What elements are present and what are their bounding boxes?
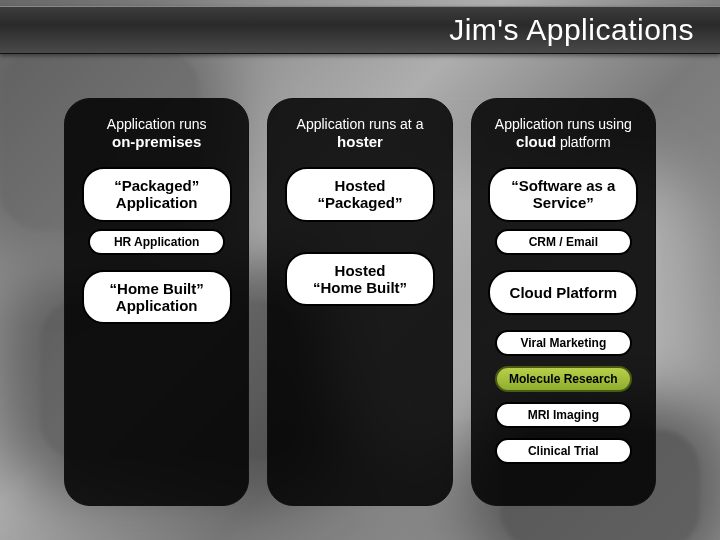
slide: Jim's Applications Application runs on-p… (0, 0, 720, 540)
chip-viral-marketing: Viral Marketing (495, 330, 632, 356)
card-hosted-home-built: Hosted “Home Built” (285, 252, 435, 307)
header-line2: on-premises (112, 133, 201, 150)
column-cloud: Application runs using cloud platform “S… (471, 98, 656, 506)
chip-mri-imaging: MRI Imaging (495, 402, 632, 428)
slide-title: Jim's Applications (449, 13, 694, 47)
header-line1: Application runs (107, 116, 207, 132)
column-header: Application runs using cloud platform (491, 111, 636, 165)
card-line2: Application (90, 194, 224, 211)
title-bar: Jim's Applications (0, 6, 720, 54)
header-line2a: cloud (516, 133, 556, 150)
card-packaged: “Packaged” Application (82, 167, 232, 222)
column-header: Application runs on-premises (103, 111, 211, 165)
chip-clinical-trial: Clinical Trial (495, 438, 632, 464)
card-cloud-platform: Cloud Platform (488, 270, 638, 315)
card-line1: Hosted (335, 177, 386, 194)
card-line2: “Packaged” (293, 194, 427, 211)
card-home-built: “Home Built” Application (82, 270, 232, 325)
chip-crm-email: CRM / Email (495, 229, 632, 255)
chip-molecule-research: Molecule Research (495, 366, 632, 392)
header-line2: hoster (337, 133, 383, 150)
card-line1: Hosted (335, 262, 386, 279)
header-line1: Application runs using (495, 116, 632, 132)
card-hosted-packaged: Hosted “Packaged” (285, 167, 435, 222)
column-hoster: Application runs at a hoster Hosted “Pac… (267, 98, 452, 506)
chip-hr: HR Application (88, 229, 225, 255)
column-on-premises: Application runs on-premises “Packaged” … (64, 98, 249, 506)
card-line2: “Home Built” (293, 279, 427, 296)
card-line1: Cloud Platform (510, 284, 618, 301)
card-line1: “Packaged” (114, 177, 199, 194)
card-line2: Service” (496, 194, 630, 211)
card-line1: “Home Built” (110, 280, 204, 297)
column-header: Application runs at a hoster (293, 111, 428, 165)
card-line2: Application (90, 297, 224, 314)
card-line1: “Software as a (511, 177, 615, 194)
header-line2b: platform (556, 134, 610, 150)
header-line1: Application runs at a (297, 116, 424, 132)
card-saas: “Software as a Service” (488, 167, 638, 222)
columns: Application runs on-premises “Packaged” … (64, 98, 656, 506)
